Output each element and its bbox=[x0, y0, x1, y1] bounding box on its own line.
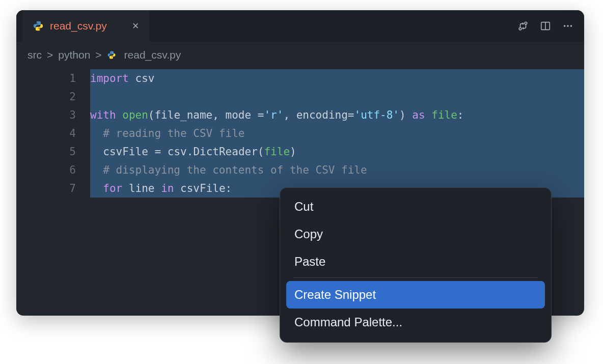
code-line[interactable]: import csv bbox=[90, 69, 584, 88]
menu-item-copy[interactable]: Copy bbox=[286, 220, 545, 248]
breadcrumb-seg-file[interactable]: read_csv.py bbox=[124, 49, 181, 61]
line-number: 4 bbox=[69, 124, 76, 143]
python-icon bbox=[107, 50, 117, 60]
menu-item-command-palette[interactable]: Command Palette... bbox=[286, 309, 545, 336]
line-gutter: 1 2 3 4 5 6 7 bbox=[16, 69, 90, 198]
code-line[interactable]: with open(file_name, mode ='r', encoding… bbox=[90, 106, 584, 124]
code-line[interactable]: csvFile = csv.DictReader(file) bbox=[90, 143, 584, 161]
line-number: 2 bbox=[69, 88, 76, 106]
svg-point-1 bbox=[525, 22, 527, 24]
breadcrumb-sep: > bbox=[95, 49, 101, 61]
breadcrumb-seg-python[interactable]: python bbox=[58, 49, 90, 61]
svg-point-0 bbox=[519, 27, 522, 30]
menu-separator bbox=[293, 277, 538, 278]
python-icon bbox=[33, 20, 44, 32]
breadcrumbs: src > python > read_csv.py bbox=[16, 42, 584, 66]
file-tab[interactable]: read_csv.py × bbox=[22, 10, 149, 42]
line-number: 1 bbox=[69, 69, 76, 88]
more-actions-icon[interactable] bbox=[561, 19, 575, 33]
tab-bar: read_csv.py × bbox=[16, 10, 584, 42]
menu-item-create-snippet[interactable]: Create Snippet bbox=[286, 281, 545, 309]
split-editor-icon[interactable] bbox=[538, 19, 553, 33]
tab-filename: read_csv.py bbox=[50, 20, 107, 32]
menu-item-paste[interactable]: Paste bbox=[286, 248, 545, 275]
code-line[interactable] bbox=[90, 88, 584, 106]
line-number: 5 bbox=[69, 143, 76, 161]
code-line[interactable]: # reading the CSV file bbox=[90, 124, 584, 143]
breadcrumb-sep: > bbox=[47, 49, 53, 61]
close-icon[interactable]: × bbox=[132, 20, 139, 32]
line-number: 6 bbox=[69, 161, 76, 179]
breadcrumb-seg-src[interactable]: src bbox=[28, 49, 42, 61]
context-menu: Cut Copy Paste Create Snippet Command Pa… bbox=[280, 187, 552, 343]
code-area[interactable]: 1 2 3 4 5 6 7 import csv with open(file_… bbox=[16, 66, 584, 198]
svg-point-4 bbox=[564, 25, 566, 27]
line-number: 3 bbox=[69, 106, 76, 124]
line-number: 7 bbox=[69, 179, 76, 198]
svg-point-6 bbox=[570, 25, 572, 27]
menu-item-cut[interactable]: Cut bbox=[286, 193, 545, 220]
code-line[interactable]: # displaying the contents of the CSV fil… bbox=[90, 161, 584, 179]
code-content[interactable]: import csv with open(file_name, mode ='r… bbox=[90, 69, 584, 198]
svg-point-5 bbox=[567, 25, 569, 27]
compare-changes-icon[interactable] bbox=[516, 19, 530, 33]
